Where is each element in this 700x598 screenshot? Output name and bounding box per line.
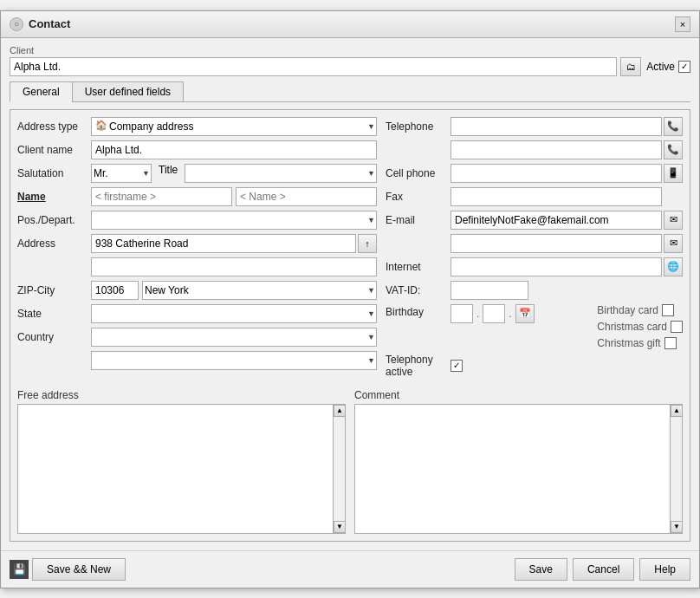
comment-scroll-up[interactable]: ▲ [671,405,683,417]
tab-general[interactable]: General [10,81,72,102]
christmas-gift-checkbox[interactable] [664,337,677,349]
free-address-scroll-up[interactable]: ▲ [334,405,346,417]
save-new-button[interactable]: Save && New [32,558,126,581]
address-type-label: Address type [17,120,91,133]
client-row: 🗂 [10,57,641,76]
form-area: Address type 🏠 Company address Private a… [10,109,690,542]
active-checkbox[interactable] [678,61,690,73]
email-input2[interactable] [450,234,662,253]
extra-dropdown-row: ▼ [17,351,377,370]
country-row: Country ▼ [17,328,377,347]
telephone-call-button1[interactable]: 📞 [664,117,683,136]
save-icon-button[interactable]: 💾 [10,560,29,579]
firstname-input[interactable] [91,187,232,206]
state-row: State ▼ [17,304,377,323]
salutation-inputs: Mr.Mrs.Ms.Dr. ▼ Title Dr.Prof.Prof. Dr. … [91,164,377,183]
close-button[interactable]: × [675,16,690,32]
tab-user-defined[interactable]: User defined fields [72,81,184,102]
client-input[interactable] [10,57,617,76]
telephone-label: Telephone [386,120,450,133]
client-name-input[interactable] [91,140,377,159]
cancel-button[interactable]: Cancel [573,558,634,581]
salutation-label: Salutation [17,167,91,179]
salutation-row: Salutation Mr.Mrs.Ms.Dr. ▼ Title [17,164,377,183]
comment-textarea[interactable] [355,405,670,533]
fax-row: Fax [386,187,683,206]
internet-input[interactable] [450,257,662,276]
email-input1[interactable] [450,211,662,230]
client-name-label: Client name [17,144,91,156]
birthday-month[interactable] [483,304,505,323]
telephone-call-button2[interactable]: 📞 [664,140,683,159]
state-label: State [17,308,91,320]
birthday-section: Birthday . . 📅 Bi [386,304,683,349]
free-address-scroll-down[interactable]: ▼ [334,521,346,533]
birthday-card-row: Birthday card [597,304,683,316]
email-label: E-mail [386,214,450,226]
pos-depart-label: Pos./Depart. [17,214,91,226]
pos-depart-row: Pos./Depart. ▼ [17,211,377,230]
free-address-scrollbar[interactable]: ▲ ▼ [333,405,345,533]
address-label: Address [17,237,91,250]
title-label-text: Title [159,164,178,183]
fax-input[interactable] [450,187,662,206]
zip-city-row: ZIP-City New York ▼ [17,281,377,300]
address-lookup-button[interactable]: ↑ [358,234,377,253]
cellphone-input[interactable] [450,164,662,183]
telephony-active-checkbox[interactable] [450,360,463,372]
client-name-row: Client name [17,140,377,159]
birthday-input-row: . . 📅 [450,304,590,323]
telephone-row2: 📞 [386,140,683,159]
lastname-input[interactable] [236,187,377,206]
birthday-and-cards: . . 📅 [450,304,590,323]
address-line2-input[interactable] [91,257,377,276]
comment-scrollbar[interactable]: ▲ ▼ [670,405,682,533]
birthday-card-checkbox[interactable] [662,304,674,316]
salutation-select[interactable]: Mr.Mrs.Ms.Dr. [91,164,152,183]
cellphone-call-button[interactable]: 📱 [664,164,683,183]
christmas-card-checkbox[interactable] [671,321,683,333]
tabs: General User defined fields [10,81,690,102]
internet-browse-button[interactable]: 🌐 [664,257,683,276]
left-column: Address type 🏠 Company address Private a… [17,117,377,382]
comment-container: ▲ ▼ [354,404,683,534]
birthday-day[interactable] [450,304,473,323]
window-icon: ○ [10,17,23,31]
comment-scroll-down[interactable]: ▼ [671,521,683,533]
zip-input[interactable] [91,281,139,300]
save-button[interactable]: Save [515,558,567,581]
birthday-card-label: Birthday card [597,304,658,316]
comment-section: Comment ▲ ▼ [354,389,683,534]
internet-row: Internet 🌐 [386,257,683,276]
vat-label: VAT-ID: [386,284,450,296]
christmas-gift-label: Christmas gift [597,337,660,349]
cellphone-inputs: 📱 [450,164,683,183]
right-column: Telephone 📞 📞 [386,117,683,382]
telephone-input2[interactable] [450,140,662,159]
email-inputs2: ✉ [450,234,683,253]
title-select[interactable]: Dr.Prof.Prof. Dr. [185,164,377,183]
window-body: Client 🗂 Active General User defined fie… [1,38,699,550]
address-inputs: ↑ [91,234,377,253]
extra-select[interactable] [91,351,377,370]
birthday-label: Birthday [386,306,450,318]
email-send-button1[interactable]: ✉ [664,211,683,230]
bottom-sections: Free address ▲ ▼ Comment [17,389,683,534]
state-select[interactable] [91,304,377,323]
active-section: Active [646,61,690,73]
address-type-select[interactable]: Company address Private address [91,117,377,136]
client-browse-button[interactable]: 🗂 [620,57,641,76]
country-select[interactable] [91,328,377,347]
vat-input[interactable] [450,281,528,300]
pos-depart-select[interactable] [91,211,377,230]
help-button[interactable]: Help [639,558,690,581]
free-address-textarea[interactable] [18,405,333,533]
telephone-input1[interactable] [450,117,662,136]
contact-window: ○ Contact × Client 🗂 Active General U [0,10,700,588]
email-row2: ✉ [386,234,683,253]
address-line1-input[interactable] [91,234,356,253]
birthday-calendar-button[interactable]: 📅 [515,304,535,323]
address-line2-row [17,257,377,276]
email-send-button2[interactable]: ✉ [664,234,683,253]
city-select[interactable]: New York [142,281,377,300]
